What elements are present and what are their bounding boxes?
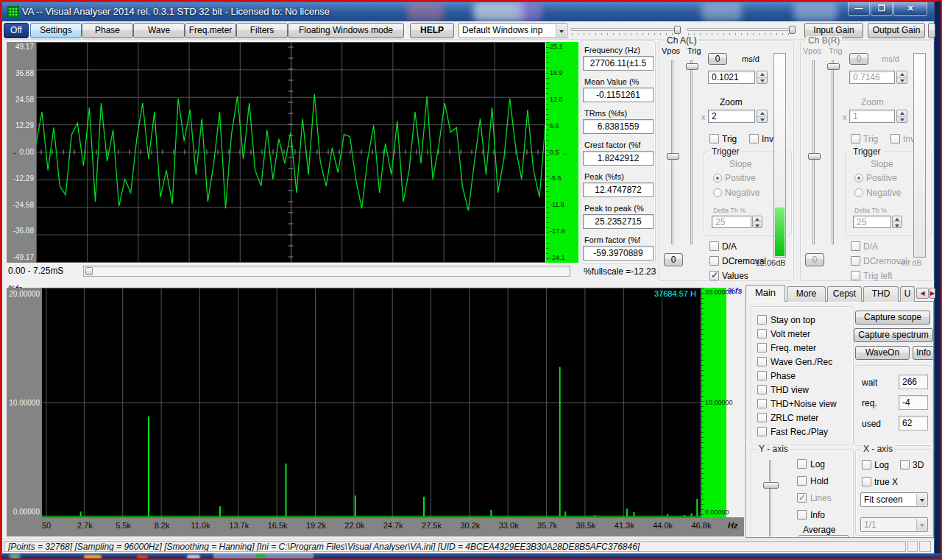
chb-msd-input[interactable]: 0.7146 — [849, 71, 895, 84]
chb-vpos-slider-thumb[interactable] — [808, 153, 821, 160]
chb-msd-spinner[interactable] — [896, 71, 907, 84]
tab-cepst[interactable]: Cepst — [827, 286, 862, 302]
cha-trig-slider-thumb[interactable] — [686, 63, 698, 70]
cha-slope-positive-radio[interactable] — [713, 174, 722, 182]
title-bar[interactable]: VA -- Visual Analyser 2014 rel. 0.3.1 ST… — [2, 2, 934, 21]
cha-da-checkbox[interactable] — [709, 241, 719, 251]
chb-dcremoval-checkbox[interactable] — [851, 256, 860, 266]
cha-msd-spinner[interactable] — [757, 71, 768, 84]
chb-vpos-zero-button[interactable]: 0 — [849, 53, 868, 65]
capture-scope-button[interactable]: Capture scope — [855, 311, 930, 325]
chb-delta-input[interactable]: 25 — [853, 216, 891, 228]
info-button[interactable]: Info — [913, 346, 934, 360]
cha-dcremoval-checkbox[interactable] — [709, 256, 719, 266]
phase-button[interactable]: Phase — [82, 23, 133, 38]
freqmeter-button[interactable]: Freq.meter — [185, 23, 236, 38]
output-gain-slider[interactable] — [687, 26, 796, 36]
cha-zoom-input[interactable]: 2 — [708, 110, 755, 123]
off-button[interactable]: Off — [4, 23, 29, 38]
clipped-toolbar-button[interactable] — [928, 23, 935, 38]
phase-checkbox[interactable] — [757, 371, 767, 380]
floating-windows-button[interactable]: Floating Windows mode — [288, 23, 404, 38]
cha-zoom-spinner[interactable] — [757, 110, 768, 123]
taskbar-app-icon[interactable] — [187, 555, 200, 559]
scope-scrollbar-thumb[interactable] — [85, 267, 93, 275]
chb-trig-slider[interactable] — [832, 60, 834, 244]
freq-meter-checkbox[interactable] — [757, 343, 767, 352]
zrlc-meter-checkbox[interactable] — [757, 413, 767, 422]
channel-b-panel: Ch B(R) Vpos Trig 0 ms/d 0.7146 Zoom x 1… — [800, 40, 934, 281]
chb-trig-zero-button[interactable]: 0 — [805, 253, 824, 266]
wave-on-button[interactable]: WaveOn — [855, 346, 910, 360]
fast-rec-play-checkbox[interactable] — [757, 427, 767, 436]
chb-delta-spinner[interactable] — [892, 216, 902, 228]
cha-vpos-slider-thumb[interactable] — [667, 153, 679, 160]
settings-button[interactable]: Settings — [30, 23, 82, 38]
scope-plot[interactable] — [36, 42, 545, 263]
chb-vpos-slider[interactable] — [812, 60, 815, 244]
spectrum-plot[interactable] — [42, 288, 701, 517]
x-fit-select[interactable]: Fit screen — [860, 492, 928, 507]
tab-thd[interactable]: THD — [863, 286, 899, 302]
chb-trig-checkbox[interactable] — [851, 134, 860, 143]
output-gain-slider-thumb[interactable] — [789, 26, 796, 34]
scope-scrollbar[interactable] — [83, 266, 570, 277]
cha-delta-spinner[interactable] — [752, 216, 762, 228]
chb-zoom-spinner[interactable] — [896, 110, 907, 123]
chb-da-checkbox[interactable] — [851, 241, 860, 251]
tab-scroll-right-icon[interactable]: ▶ — [929, 288, 935, 299]
cha-trig-slider[interactable] — [690, 60, 693, 244]
cha-trig-checkbox[interactable] — [709, 134, 719, 143]
minimize-button[interactable]: — — [848, 2, 870, 16]
x-3d-checkbox[interactable] — [900, 460, 910, 469]
wave-button[interactable]: Wave — [133, 23, 185, 38]
cha-inv-checkbox[interactable] — [749, 134, 759, 143]
cha-vpos-zero-button[interactable]: 0 — [708, 53, 727, 65]
x-truex-checkbox[interactable] — [862, 477, 871, 486]
tab-scroll-left-icon[interactable]: ◀ — [916, 288, 929, 299]
close-button[interactable]: ✕ — [893, 2, 927, 16]
output-gain-button[interactable]: Output Gain — [868, 23, 925, 38]
thd-view-checkbox[interactable] — [757, 385, 767, 394]
cha-slope-negative-radio[interactable] — [713, 188, 722, 197]
axis-tick-row: -12.29 — [7, 175, 36, 182]
x-ratio-select[interactable]: 1/1 — [860, 517, 928, 532]
stay-on-top-checkbox[interactable] — [757, 315, 767, 325]
chb-slope-negative-radio[interactable] — [854, 188, 863, 197]
chb-slope-positive-radio[interactable] — [854, 174, 863, 182]
log-checkbox[interactable] — [797, 459, 807, 469]
cha-msd-input[interactable]: 0.1021 — [708, 71, 755, 84]
chb-trig-slider-thumb[interactable] — [827, 63, 840, 70]
input-gain-slider[interactable] — [570, 26, 681, 36]
cha-delta-input[interactable]: 25 — [712, 216, 751, 228]
tab-more[interactable]: More — [787, 286, 826, 302]
info-checkbox[interactable] — [797, 510, 807, 520]
restore-button[interactable]: ❐ — [871, 2, 893, 16]
wave-gen-rec-checkbox[interactable] — [757, 357, 767, 366]
start-orb-icon[interactable] — [9, 553, 21, 559]
y-scale-slider[interactable] — [769, 460, 771, 536]
input-gain-slider-thumb[interactable] — [674, 26, 681, 34]
taskbar-app-icon[interactable] — [137, 555, 148, 559]
tab-clipped[interactable]: U — [900, 286, 915, 302]
tab-main[interactable]: Main — [746, 285, 785, 302]
taskbar-folder-icon[interactable] — [84, 555, 102, 559]
windows-taskbar[interactable] — [1, 553, 941, 559]
chb-inv-checkbox[interactable] — [890, 134, 900, 143]
average-select[interactable]: 5 — [798, 535, 849, 538]
cha-values-checkbox[interactable] — [709, 271, 719, 280]
cha-vpos-slider[interactable] — [671, 60, 673, 244]
lines-checkbox[interactable] — [797, 493, 807, 503]
volt-meter-checkbox[interactable] — [757, 329, 767, 339]
capture-spectrum-button[interactable]: Capture spectrum — [854, 328, 933, 342]
filters-button[interactable]: Filters — [236, 23, 288, 38]
chb-trigleft-checkbox[interactable] — [851, 271, 860, 280]
thd-noise-view-checkbox[interactable] — [757, 399, 767, 408]
y-scale-slider-thumb[interactable] — [763, 482, 779, 489]
hold-checkbox[interactable] — [797, 476, 807, 486]
chb-zoom-input[interactable]: 1 — [849, 110, 895, 123]
input-device-select[interactable]: Default Windows inp — [458, 23, 567, 38]
cha-trig-zero-button[interactable]: 0 — [664, 253, 683, 266]
x-log-checkbox[interactable] — [862, 460, 871, 469]
help-button[interactable]: HELP — [410, 23, 454, 38]
